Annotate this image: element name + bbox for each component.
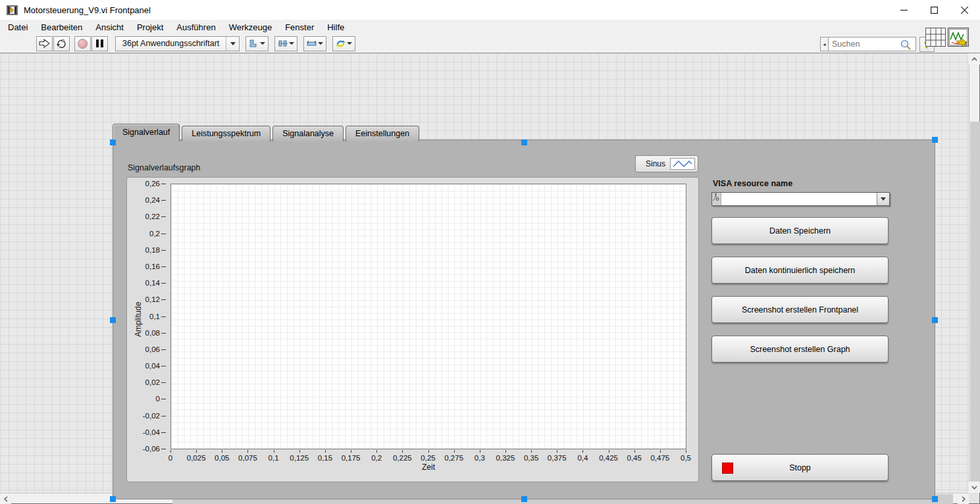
menu-item[interactable]: Projekt (130, 21, 170, 34)
selection-handle-bottom-left[interactable] (110, 496, 116, 502)
vertical-scroll-thumb[interactable] (970, 122, 980, 482)
menu-item[interactable]: Datei (1, 21, 34, 34)
menu-item[interactable]: Werkzeuge (222, 21, 279, 34)
scroll-left-button[interactable] (0, 493, 11, 504)
y-tick-label: 0,04 (128, 362, 160, 370)
reorder-icon (336, 39, 346, 49)
legend-line-swatch[interactable] (670, 158, 695, 170)
y-tick-label: 0,2 (128, 230, 160, 238)
plot-line-icon (673, 159, 692, 168)
front-panel-workspace: SignalverlaufLeistungsspektrumSignalanal… (0, 53, 969, 493)
run-arrow-icon (39, 39, 50, 48)
align-objects-dropdown[interactable] (245, 36, 269, 51)
close-button[interactable] (949, 0, 979, 20)
font-selector[interactable]: 36pt Anwendungsschriftart (115, 36, 240, 51)
visa-dropdown-button[interactable] (877, 193, 889, 205)
x-axis-label: Zeit (170, 463, 686, 472)
search-input[interactable] (829, 39, 894, 49)
stop-square-icon (722, 463, 733, 474)
font-selector-dropdown[interactable] (226, 37, 239, 51)
reorder-dropdown[interactable] (332, 36, 355, 51)
chevron-down-icon (289, 42, 294, 45)
io-icon: I/O (712, 193, 721, 205)
chevron-down-icon (971, 486, 977, 490)
y-tick-label: 0,1 (128, 313, 160, 321)
menu-item[interactable]: Fenster (278, 21, 321, 34)
tab[interactable]: Signalanalyse (272, 126, 344, 141)
y-tick-label: 0,18 (128, 246, 160, 255)
screenshot-graph-button[interactable]: Screenshot erstellen Graph (711, 336, 889, 363)
y-tick-label: 0,12 (128, 295, 160, 304)
save-data-continuous-button[interactable]: Daten kontinuierlich speichern (711, 257, 889, 284)
scroll-down-button[interactable] (969, 482, 980, 493)
selection-handle-top-mid[interactable] (521, 139, 527, 145)
resize-objects-dropdown[interactable] (303, 36, 326, 51)
abort-icon (78, 39, 88, 49)
resize-objects-icon (307, 39, 317, 48)
tab[interactable]: Signalverlauf (113, 124, 180, 141)
tab-control-strip: SignalverlaufLeistungsspektrumSignalanal… (113, 124, 421, 141)
menu-item[interactable]: Ansicht (89, 21, 130, 34)
distribute-objects-dropdown[interactable] (274, 36, 297, 51)
vi-icon[interactable]: 1 (948, 28, 969, 47)
menu-bar: DateiBearbeitenAnsichtProjektAusführenWe… (0, 20, 980, 34)
search-box[interactable] (829, 37, 916, 51)
selection-handle-bottom-mid[interactable] (521, 496, 527, 502)
vertical-scrollbar[interactable] (969, 53, 980, 493)
selection-handle-top-left[interactable] (110, 139, 116, 145)
tab[interactable]: Eeinstellungen (346, 126, 419, 141)
menu-item[interactable]: Bearbeiten (34, 21, 89, 34)
visa-resource-combo[interactable]: I/O (711, 192, 890, 206)
screenshot-frontpanel-button[interactable]: Screenshot erstellen Frontpanel (711, 296, 889, 323)
y-tick-label: 0,16 (128, 263, 160, 271)
distribute-objects-icon (278, 39, 288, 48)
chevron-down-icon (230, 42, 236, 45)
selection-handle-bottom-right[interactable] (932, 496, 938, 502)
y-tick-label: -0,02 (128, 412, 160, 420)
run-button[interactable] (36, 36, 53, 51)
selection-handle-mid-right[interactable] (932, 317, 938, 323)
maximize-button[interactable] (919, 0, 949, 20)
labview-frontpanel-window: Motorsteuerung_V9.vi Frontpanel DateiBea… (0, 0, 980, 504)
chevron-down-icon (881, 197, 886, 201)
plot-legend[interactable]: Sinus (635, 155, 698, 172)
save-data-button[interactable]: Daten Speichern (711, 217, 889, 244)
toolbar: 36pt Anwendungsschriftart (0, 34, 980, 53)
selection-handle-mid-left[interactable] (110, 317, 116, 323)
search-collapse-toggle[interactable]: ◂ (820, 37, 829, 51)
svg-text:1: 1 (964, 41, 967, 47)
vi-file-icon (7, 5, 18, 15)
plot-area[interactable] (170, 184, 686, 449)
pause-icon (96, 39, 99, 47)
title-bar: Motorsteuerung_V9.vi Frontpanel (0, 0, 980, 20)
legend-series-name: Sinus (646, 159, 665, 168)
font-selector-value: 36pt Anwendungsschriftart (116, 39, 226, 48)
abort-button[interactable] (74, 36, 91, 51)
pause-button[interactable] (91, 36, 108, 51)
visa-resource-input[interactable] (721, 193, 877, 205)
minimize-button[interactable] (889, 0, 919, 20)
chevron-left-icon (4, 496, 8, 502)
menu-item[interactable]: Ausführen (170, 21, 222, 34)
y-axis-ticks: 0,260,240,220,20,180,160,140,120,10,080,… (127, 184, 170, 449)
run-continuously-icon (56, 39, 67, 49)
y-tick-label: 0,08 (128, 329, 160, 338)
y-tick-label: 0,02 (128, 378, 160, 387)
tab[interactable]: Leistungsspektrum (182, 126, 271, 141)
alignment-grid-icon[interactable] (925, 28, 946, 47)
scroll-up-button[interactable] (969, 53, 980, 64)
run-continuously-button[interactable] (53, 36, 70, 51)
chevron-right-icon (962, 496, 966, 502)
stop-button[interactable]: Stopp (711, 454, 889, 481)
y-tick-label: -0,04 (128, 428, 160, 437)
x-axis-ticks: 00,0250,050,0750,10,1250,150,1750,20,225… (170, 449, 686, 464)
y-tick-label: 0,06 (128, 345, 160, 354)
menu-item[interactable]: Hilfe (321, 21, 351, 34)
search-icon (900, 39, 912, 51)
visa-resource-label: VISA resource name (713, 179, 792, 188)
waveform-graph: Amplitude 0,260,240,220,20,180,160,140,1… (126, 177, 699, 482)
chevron-down-icon (260, 42, 265, 45)
selection-handle-top-right[interactable] (932, 137, 938, 143)
graph-title: Signalverlaufsgraph (128, 163, 201, 172)
scroll-right-button[interactable] (958, 493, 969, 504)
